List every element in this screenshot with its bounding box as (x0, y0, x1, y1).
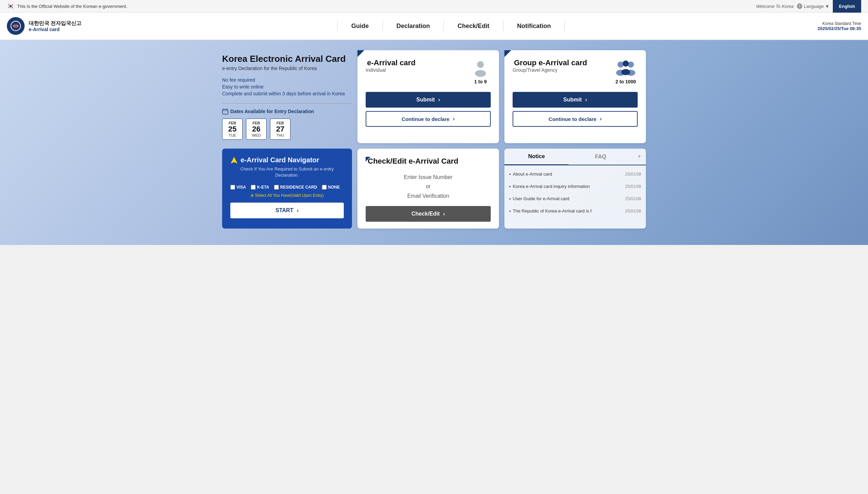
tab-notice[interactable]: Notice (504, 149, 569, 165)
official-text: This Is the Official Website of the Kore… (17, 4, 127, 9)
logo-text: 대한민국 전자입국신고 e-Arrival card (29, 20, 81, 32)
start-arrow-icon: › (297, 207, 298, 214)
checkbox-keta[interactable]: K-ETA (251, 185, 269, 190)
svg-point-17 (623, 60, 629, 67)
group-submit-button[interactable]: Submit › (513, 92, 638, 108)
visa-label: VISA (236, 185, 246, 190)
checkbox-none[interactable]: NONE (322, 185, 340, 190)
svg-point-12 (475, 70, 486, 77)
logo-korean: 대한민국 전자입국신고 (29, 20, 81, 27)
logo-icon (7, 17, 25, 35)
feature-item: Complete and submit within 3 days before… (222, 91, 352, 96)
tab-faq[interactable]: FAQ (569, 149, 633, 165)
group-icon (614, 58, 638, 79)
feature-item: No fee required (222, 77, 352, 83)
checkedit-card: Check/Edit e-Arrival Card Enter Issue Nu… (357, 149, 499, 229)
checkbox-residence[interactable]: RESIDENCE CARD (274, 185, 317, 190)
calendar-icon (222, 108, 228, 114)
main-content: Korea Electronic Arrival Card e-entry De… (0, 40, 868, 245)
group-submit-arrow-icon: › (585, 97, 587, 103)
svg-point-6 (14, 24, 17, 28)
notice-text-3[interactable]: User Guide for e-Arrival card (513, 196, 623, 201)
welcome-text: Welcome To Korea (756, 4, 794, 9)
notice-date-4: 25/01/08 (625, 209, 641, 214)
svg-point-15 (628, 61, 634, 68)
notice-date-1: 25/01/08 (625, 172, 641, 177)
nav-notification[interactable]: Notification (503, 23, 565, 30)
navigator-title: e-Arrival Card Navigator (230, 156, 344, 164)
checkedit-button[interactable]: Check/Edit › (366, 206, 491, 222)
keta-checkbox[interactable] (251, 185, 256, 190)
residence-label: RESIDENCE CARD (280, 185, 317, 190)
none-label: NONE (328, 185, 340, 190)
group-card-count: 2 to 1000 (615, 79, 636, 84)
nav-check-edit[interactable]: Check/Edit (444, 23, 503, 30)
group-card-subtitle: Group/Travel Agency (513, 67, 587, 73)
page-subtitle: e-entry Declaration for the Republic of … (222, 66, 352, 71)
group-card-header: Group e-Arrival card Group/Travel Agency… (513, 58, 638, 90)
group-continue-button[interactable]: Continue to declare › (513, 111, 638, 127)
language-dropdown-icon[interactable]: ▼ (825, 4, 829, 9)
features-list: No fee required Easy to write online Com… (222, 77, 352, 96)
checkedit-title: Check/Edit e-Arrival Card (366, 157, 458, 166)
language-label: Language (804, 4, 824, 9)
notice-text-1[interactable]: About e-Arrival card (513, 171, 623, 177)
svg-marker-19 (231, 157, 237, 163)
svg-point-13 (618, 61, 624, 68)
header: 대한민국 전자입국신고 e-Arrival card Guide Declara… (0, 13, 868, 40)
notice-item-4: • The Republic of Korea e-Arrival card i… (509, 205, 641, 217)
date-feb27: FEB 27 THU (270, 119, 290, 140)
arrival-card-subtitle: Individual (366, 67, 416, 73)
start-button[interactable]: START › (230, 203, 344, 218)
navigator-card: e-Arrival Card Navigator Check If You Ar… (222, 149, 352, 229)
card-header: e-Arrival card Individual 1 to 9 (366, 58, 491, 90)
card-corner-2 (504, 50, 511, 57)
group-card-title: Group e-Arrival card (513, 58, 587, 67)
notice-date-2: 25/01/08 (625, 184, 641, 189)
none-checkbox[interactable] (322, 185, 327, 190)
notice-tabs: Notice FAQ + (504, 149, 646, 165)
individual-continue-button[interactable]: Continue to declare › (366, 111, 491, 127)
dates-label: Dates Available for Entry Declaration (222, 108, 352, 114)
date-feb26: FEB 26 WED (246, 119, 267, 140)
group-icon-area: 2 to 1000 (614, 58, 638, 90)
notice-text-4[interactable]: The Republic of Korea e-Arrival card is … (513, 208, 623, 214)
notice-text-2[interactable]: Korea e-Arrival card inquiry information (513, 184, 623, 189)
nav-declaration[interactable]: Declaration (383, 23, 444, 30)
residence-checkbox[interactable] (274, 185, 279, 190)
card-corner-1 (357, 50, 364, 57)
top-bar-right: Welcome To Korea Language ▼ English (756, 0, 861, 13)
continue-arrow-icon: › (453, 116, 455, 122)
main-nav: Guide Declaration Check/Edit Notificatio… (103, 21, 800, 31)
individual-icon-area: 1 to 9 (470, 58, 491, 90)
logo-english: e-Arrival card (29, 27, 81, 32)
page-title: Korea Electronic Arrival Card (222, 54, 352, 64)
navigator-subtitle: Check If You Are Required to Submit an e… (230, 166, 344, 178)
checkedit-body: Enter Issue Number or Email Verification (404, 173, 452, 201)
time-value: 2025/02/25/Tue 06:35 (800, 26, 861, 31)
svg-point-18 (621, 69, 630, 75)
top-bar: 🇰🇷 This Is the Official Website of the K… (0, 0, 868, 13)
svg-point-11 (477, 61, 484, 68)
individual-submit-button[interactable]: Submit › (366, 92, 491, 108)
checkbox-visa[interactable]: VISA (230, 185, 246, 190)
notice-item-3: • User Guide for e-Arrival card 25/01/08 (509, 193, 641, 205)
header-time: Korea Standard Time 2025/02/25/Tue 06:35 (800, 21, 861, 31)
checkedit-arrow-icon: › (443, 211, 445, 217)
language-selector[interactable]: Language ▼ (797, 3, 829, 9)
select-note: ※ Select All You Have(Valid Upon Entry) (230, 193, 344, 198)
notice-list: • About e-Arrival card 25/01/08 • Korea … (504, 165, 646, 220)
korean-flag-icon: 🇰🇷 (7, 2, 14, 10)
time-label: Korea Standard Time (800, 21, 861, 26)
english-button[interactable]: English (833, 0, 861, 13)
feature-item: Easy to write online (222, 84, 352, 90)
nav-divider-5 (565, 21, 565, 31)
nav-guide[interactable]: Guide (338, 23, 382, 30)
navigator-arrow-icon (230, 156, 238, 164)
globe-icon (797, 3, 802, 9)
notice-item-2: • Korea e-Arrival card inquiry informati… (509, 180, 641, 193)
notice-plus-button[interactable]: + (633, 153, 646, 160)
visa-checkbox[interactable] (230, 185, 235, 190)
keta-label: K-ETA (257, 185, 269, 190)
group-arrival-card: Group e-Arrival card Group/Travel Agency… (504, 50, 646, 143)
